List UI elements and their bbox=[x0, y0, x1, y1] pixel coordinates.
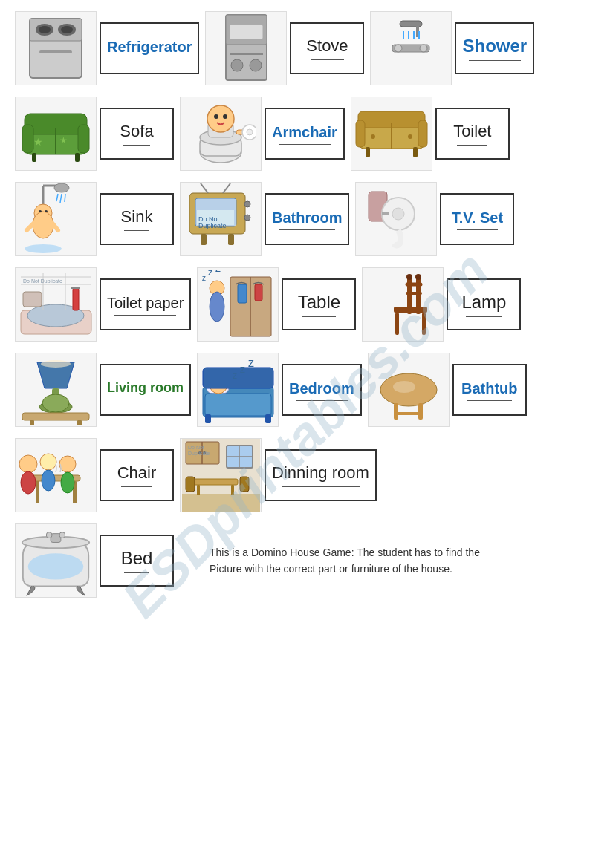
svg-rect-123 bbox=[265, 414, 271, 423]
svg-rect-143 bbox=[193, 479, 238, 485]
svg-point-48 bbox=[371, 134, 375, 139]
svg-text:★: ★ bbox=[59, 135, 68, 146]
svg-point-132 bbox=[19, 455, 37, 473]
bottom-text-line1: This is a Domino House Game: The student… bbox=[210, 546, 480, 558]
svg-text:Duplicate: Duplicate bbox=[188, 451, 210, 457]
label-refrigerator: Refrigerator bbox=[100, 22, 199, 74]
svg-point-76 bbox=[392, 208, 404, 220]
card-bathroom: Do Not Duplicate Bathroom bbox=[180, 182, 349, 256]
svg-rect-45 bbox=[418, 120, 427, 147]
svg-rect-69 bbox=[228, 234, 234, 245]
img-bedroom: z z z bbox=[197, 353, 279, 427]
img-refrigerator bbox=[15, 11, 97, 85]
svg-text:★: ★ bbox=[33, 136, 43, 148]
label-bedroom: Bedroom bbox=[282, 364, 362, 416]
img-sofa: ★ ★ bbox=[15, 97, 97, 171]
img-bed bbox=[15, 523, 97, 598]
svg-point-35 bbox=[207, 105, 234, 132]
card-sink: Sink bbox=[15, 182, 174, 256]
card-armchair: Armchair bbox=[180, 97, 345, 171]
label-bathroom: Bathroom bbox=[265, 193, 349, 245]
label-stove: Stove bbox=[290, 22, 364, 74]
svg-text:z: z bbox=[248, 356, 254, 369]
svg-rect-91 bbox=[255, 284, 262, 301]
label-tvset: T.V. Set bbox=[440, 193, 514, 245]
svg-line-54 bbox=[60, 194, 62, 203]
label-armchair: Armchair bbox=[265, 108, 345, 160]
img-toiletpaper: Do Not Duplicate bbox=[15, 267, 97, 342]
svg-text:Do Not Duplicate: Do Not Duplicate bbox=[23, 278, 62, 284]
img-armchair bbox=[180, 97, 262, 171]
svg-point-109 bbox=[42, 394, 69, 412]
svg-point-158 bbox=[59, 532, 65, 538]
img-sink bbox=[15, 182, 97, 256]
svg-text:Do Not: Do Not bbox=[188, 445, 204, 450]
svg-rect-145 bbox=[240, 477, 249, 492]
img-shower bbox=[370, 11, 452, 85]
svg-rect-144 bbox=[186, 477, 195, 492]
svg-rect-118 bbox=[203, 368, 273, 388]
img-dinningroom: Do Not Duplicate bbox=[180, 438, 262, 512]
card-chair: Chair bbox=[15, 438, 174, 512]
img-stove bbox=[205, 11, 287, 85]
label-bathtub: Bathtub bbox=[452, 364, 527, 416]
svg-text:z: z bbox=[202, 274, 206, 282]
label-table: Table bbox=[282, 278, 356, 330]
svg-line-55 bbox=[65, 194, 65, 202]
svg-point-155 bbox=[28, 553, 84, 579]
img-table: z z z bbox=[197, 267, 279, 342]
img-livingroom bbox=[15, 353, 97, 427]
svg-point-134 bbox=[40, 454, 56, 470]
svg-rect-80 bbox=[23, 292, 42, 307]
svg-rect-125 bbox=[394, 403, 398, 420]
svg-rect-46 bbox=[366, 147, 370, 157]
svg-line-53 bbox=[56, 194, 58, 201]
svg-line-67 bbox=[223, 183, 230, 193]
card-table: z z z Table bbox=[197, 267, 356, 342]
svg-rect-90 bbox=[238, 284, 247, 303]
svg-point-135 bbox=[42, 470, 55, 491]
svg-rect-27 bbox=[32, 153, 36, 162]
row-2: ★ ★ Sofa bbox=[15, 97, 595, 171]
card-bedroom: z z z Bedroom bbox=[197, 353, 362, 427]
svg-rect-126 bbox=[418, 403, 423, 420]
svg-point-105 bbox=[415, 274, 421, 280]
svg-point-71 bbox=[244, 215, 250, 221]
card-lamp: Lamp bbox=[362, 267, 521, 342]
card-bed: Bed bbox=[15, 523, 174, 598]
row-4: Do Not Duplicate Toilet paper bbox=[15, 267, 595, 342]
card-stove: Stove bbox=[205, 11, 364, 85]
svg-rect-44 bbox=[356, 120, 365, 147]
svg-rect-68 bbox=[201, 234, 207, 245]
svg-rect-47 bbox=[413, 147, 418, 157]
img-chair bbox=[15, 438, 97, 512]
svg-point-10 bbox=[231, 59, 243, 71]
svg-rect-102 bbox=[395, 313, 399, 335]
svg-line-66 bbox=[201, 183, 208, 193]
row-1: Refrigerator Stove bbox=[15, 11, 595, 85]
card-refrigerator: Refrigerator bbox=[15, 11, 199, 85]
svg-point-20 bbox=[395, 45, 402, 52]
main-grid: Refrigerator Stove bbox=[0, 0, 610, 613]
svg-point-128 bbox=[393, 381, 415, 393]
img-tvset bbox=[355, 182, 437, 256]
svg-rect-146 bbox=[197, 485, 200, 495]
bottom-text-line2: Picture with the correct part or furnitu… bbox=[210, 563, 480, 575]
label-toilet: Toilet bbox=[435, 108, 510, 160]
card-toiletpaper: Do Not Duplicate Toilet paper bbox=[15, 267, 191, 342]
img-bathroom: Do Not Duplicate bbox=[180, 182, 262, 256]
svg-rect-112 bbox=[30, 420, 34, 425]
svg-point-136 bbox=[59, 456, 76, 472]
card-bathtub: Bathtub bbox=[368, 353, 527, 427]
svg-point-110 bbox=[41, 360, 71, 368]
svg-text:z: z bbox=[215, 270, 221, 274]
svg-text:Duplicate: Duplicate bbox=[198, 222, 227, 229]
svg-point-11 bbox=[250, 59, 262, 71]
svg-point-59 bbox=[33, 212, 53, 238]
svg-rect-103 bbox=[422, 313, 426, 335]
card-tvset: T.V. Set bbox=[355, 182, 514, 256]
svg-point-133 bbox=[21, 471, 36, 494]
svg-text:z: z bbox=[240, 363, 245, 375]
svg-point-5 bbox=[61, 26, 73, 33]
card-livingroom: Living room bbox=[15, 353, 191, 427]
